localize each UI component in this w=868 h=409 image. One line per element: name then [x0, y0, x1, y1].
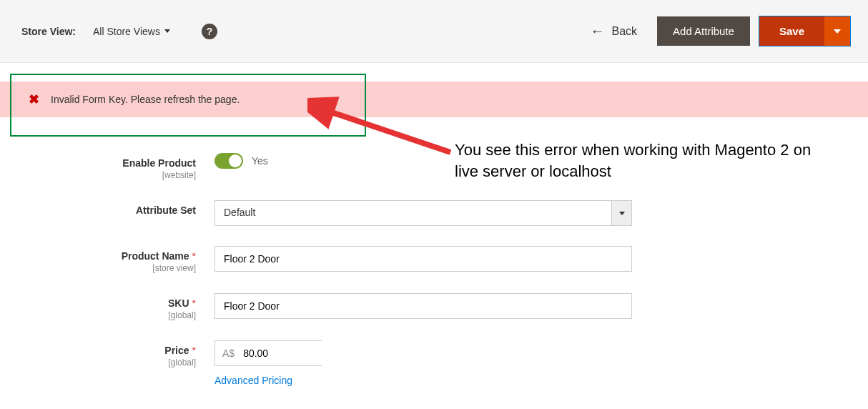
error-icon: ✖ [29, 92, 39, 107]
enable-product-value: Yes [252, 155, 268, 167]
label-price: Price* [global] [0, 340, 214, 368]
row-sku: SKU* [global] [0, 293, 868, 320]
enable-product-toggle[interactable] [214, 153, 243, 169]
page-header: Store View: All Store Views ? ← Back Add… [0, 0, 868, 63]
error-text: Invalid Form Key. Please refresh the pag… [51, 94, 240, 105]
row-product-name: Product Name* [store view] [0, 246, 868, 273]
chevron-down-icon [611, 201, 631, 225]
label-enable-product: Enable Product [website] [0, 153, 214, 180]
help-icon[interactable]: ? [202, 24, 217, 39]
row-attribute-set: Attribute Set Default [0, 200, 868, 226]
add-attribute-button[interactable]: Add Attribute [657, 16, 750, 46]
label-product-name: Product Name* [store view] [0, 246, 214, 273]
price-currency-prefix: A$ [215, 348, 237, 359]
row-enable-product: Enable Product [website] Yes [0, 153, 868, 180]
save-button[interactable]: Save [759, 16, 824, 46]
row-price: Price* [global] A$ Advanced Pricing [0, 340, 868, 386]
chevron-down-icon [164, 29, 170, 33]
arrow-left-icon: ← [590, 23, 604, 39]
attribute-set-select[interactable]: Default [214, 200, 632, 226]
label-attribute-set: Attribute Set [0, 200, 214, 216]
sku-input[interactable] [214, 293, 632, 319]
back-label: Back [611, 25, 637, 38]
store-view-label: Store View: [21, 26, 76, 37]
error-banner: ✖ Invalid Form Key. Please refresh the p… [0, 82, 868, 117]
attribute-set-value: Default [215, 201, 611, 225]
save-button-group: Save [759, 16, 851, 46]
back-button[interactable]: ← Back [590, 23, 637, 39]
label-sku: SKU* [global] [0, 293, 214, 320]
price-input-wrap: A$ [214, 340, 322, 366]
advanced-pricing-link[interactable]: Advanced Pricing [214, 375, 292, 386]
price-input[interactable] [237, 341, 374, 365]
product-name-input[interactable] [214, 246, 632, 272]
store-view-value: All Store Views [93, 26, 160, 37]
chevron-down-icon [834, 29, 841, 34]
store-view-dropdown[interactable]: All Store Views [93, 26, 170, 37]
save-dropdown-button[interactable] [824, 16, 850, 46]
product-form: Enable Product [website] Yes Attribute S… [0, 153, 868, 386]
